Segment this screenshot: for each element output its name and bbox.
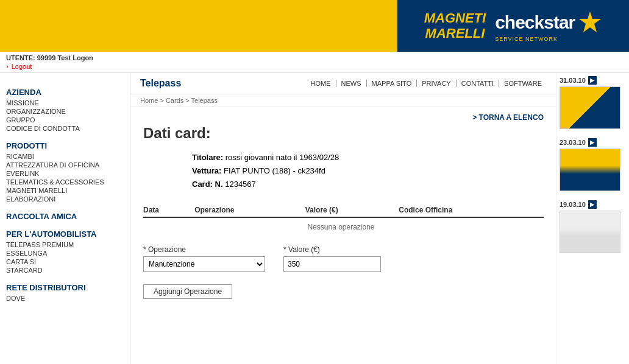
empty-message: Nessuna operazione	[143, 217, 544, 236]
vettura-value: FIAT PUNTO (188) - ck234fd	[224, 166, 325, 175]
news-date: 31.03.10▶	[560, 76, 626, 85]
torna-link-container: > TORNA A ELENCO	[143, 113, 544, 122]
valore-input[interactable]	[283, 256, 381, 272]
sidebar-section-title: AZIENDA	[6, 88, 124, 97]
logout-arrow-icon: ›	[6, 63, 9, 70]
sidebar-item[interactable]: GRUPPO	[6, 116, 124, 124]
nav-links: HOMENEWSMAPPA SITOPRIVACYCONTATTISOFTWAR…	[306, 80, 547, 87]
card-info: Titolare: rossi giovanni nato il 1963/02…	[192, 151, 544, 191]
userbar-left: UTENTE: 99999 Test Logon › Logout	[6, 54, 137, 70]
empty-row: Nessuna operazione	[143, 217, 544, 236]
news-date-text: 19.03.10	[560, 201, 586, 208]
sidebar-item[interactable]: ORGANIZZAZIONE	[6, 107, 124, 116]
username-label: UTENTE: 99999 Test Logon	[6, 54, 137, 61]
star-icon	[578, 10, 602, 35]
nav-link[interactable]: NEWS	[336, 80, 367, 87]
magneti-marelli-logo: MAGNETI MARELLI	[424, 11, 486, 40]
operazione-label: * Operazione	[143, 245, 265, 254]
card-row: Card: N. 1234567	[192, 178, 544, 191]
sidebar-item[interactable]: STARCARD	[6, 266, 124, 275]
main-layout: AZIENDAMISSIONEORGANIZZAZIONEGRUPPOCODIC…	[0, 73, 629, 364]
valore-label: * Valore (€)	[283, 245, 381, 254]
service-network-label: SERVICE NETWORK	[495, 36, 558, 42]
titolare-name: rossi giovanni	[226, 153, 274, 162]
sidebar-item[interactable]: MISSIONE	[6, 99, 124, 107]
sidebar-item[interactable]: TELEPASS PREMIUM	[6, 240, 124, 249]
logo-line1: MAGNETI	[424, 11, 486, 26]
operazione-select[interactable]: Manutenzione Riparazione Revisione	[143, 256, 265, 272]
news-thumbnail[interactable]	[560, 211, 620, 253]
news-date: 23.03.10▶	[560, 138, 626, 147]
valore-group: * Valore (€)	[283, 245, 381, 272]
col-codice: Codice Officina	[399, 203, 544, 217]
col-data: Data	[143, 203, 194, 217]
sidebar-section-title: PRODOTTI	[6, 141, 124, 150]
vettura-label: Vettura:	[192, 166, 221, 175]
titolare-row: Titolare: rossi giovanni nato il 1963/02…	[192, 151, 544, 164]
sidebar-item[interactable]: RICAMBI	[6, 152, 124, 161]
news-thumbnail[interactable]	[560, 149, 620, 191]
content-area: Telepass HOMENEWSMAPPA SITOPRIVACYCONTAT…	[131, 73, 556, 364]
checkstar-row: checkstar	[495, 10, 602, 35]
news-thumbnail[interactable]	[560, 86, 620, 129]
topnav: Telepass HOMENEWSMAPPA SITOPRIVACYCONTAT…	[131, 73, 556, 94]
userbar: UTENTE: 99999 Test Logon › Logout	[0, 52, 629, 73]
form-row: * Operazione Manutenzione Riparazione Re…	[143, 245, 544, 272]
logo-line2: MARELLI	[424, 26, 486, 41]
sidebar-section-title: PER L'AUTOMOBILISTA	[6, 229, 124, 239]
col-operazione: Operazione	[194, 203, 305, 217]
sidebar-item[interactable]: CODICE DI CONDOTTA	[6, 124, 124, 133]
aggiungi-button[interactable]: Aggiungi Operazione	[143, 284, 232, 299]
sidebar-item[interactable]: ATTREZZATURA DI OFFICINA	[6, 161, 124, 169]
news-date-text: 31.03.10	[560, 77, 586, 84]
breadcrumb: Home > Cards > Telepass	[131, 94, 556, 107]
header: MAGNETI MARELLI checkstar SERVICE NETWOR…	[0, 0, 629, 52]
sidebar-item[interactable]: DOVE	[6, 294, 124, 303]
card-number: 1234567	[225, 180, 256, 189]
checkstar-text: checkstar	[495, 12, 575, 33]
news-arrow-icon[interactable]: ▶	[588, 200, 597, 209]
sidebar: AZIENDAMISSIONEORGANIZZAZIONEGRUPPOCODIC…	[0, 73, 131, 364]
nav-link[interactable]: SOFTWARE	[499, 80, 547, 87]
header-yellow-area	[0, 0, 397, 52]
sidebar-item[interactable]: ESSELUNGA	[6, 249, 124, 257]
sidebar-item[interactable]: CARTA SI	[6, 257, 124, 266]
add-operation-form: * Operazione Manutenzione Riparazione Re…	[143, 245, 544, 299]
sidebar-item[interactable]: TELEMATICS & ACCESSORIES	[6, 178, 124, 186]
header-logo-area: MAGNETI MARELLI checkstar SERVICE NETWOR…	[397, 0, 629, 52]
col-valore: Valore (€)	[305, 203, 399, 217]
card-label: Card: N.	[192, 180, 223, 189]
nav-link[interactable]: HOME	[306, 80, 336, 87]
nato-date: 1963/02/28	[299, 153, 339, 162]
checkstar-logo-group: checkstar SERVICE NETWORK	[495, 10, 602, 42]
sidebar-item[interactable]: EVERLINK	[6, 169, 124, 178]
news-date: 19.03.10▶	[560, 200, 626, 209]
news-item: 31.03.10▶	[560, 76, 626, 129]
logout-link[interactable]: Logout	[12, 63, 32, 70]
vettura-row: Vettura: FIAT PUNTO (188) - ck234fd	[192, 164, 544, 178]
svg-marker-0	[579, 12, 601, 32]
right-sidebar: 31.03.10▶23.03.10▶19.03.10▶	[556, 73, 629, 364]
page-title: Telepass	[140, 78, 306, 89]
news-date-text: 23.03.10	[560, 139, 586, 146]
news-arrow-icon[interactable]: ▶	[588, 76, 597, 85]
nav-link[interactable]: MAPPA SITO	[367, 80, 418, 87]
nav-link[interactable]: CONTATTI	[457, 80, 499, 87]
sidebar-section-title: RETE DISTRIBUTORI	[6, 283, 124, 292]
dati-card-title: Dati card:	[143, 125, 544, 142]
news-item: 23.03.10▶	[560, 138, 626, 191]
sidebar-item[interactable]: ELABORAZIONI	[6, 195, 124, 203]
breadcrumb-text: Home > Cards > Telepass	[140, 97, 218, 104]
nav-link[interactable]: PRIVACY	[417, 80, 456, 87]
news-arrow-icon[interactable]: ▶	[588, 138, 597, 147]
sidebar-section-title: RACCOLTA AMICA	[6, 212, 124, 221]
news-item: 19.03.10▶	[560, 200, 626, 253]
sidebar-item[interactable]: MAGNETI MARELLI	[6, 186, 124, 195]
operazione-group: * Operazione Manutenzione Riparazione Re…	[143, 245, 265, 272]
operations-table: Data Operazione Valore (€) Codice Offici…	[143, 203, 544, 236]
nato-label: nato il	[276, 153, 297, 162]
content-body: > TORNA A ELENCO Dati card: Titolare: ro…	[131, 107, 556, 311]
titolare-label: Titolare:	[192, 153, 223, 162]
torna-link[interactable]: > TORNA A ELENCO	[472, 113, 544, 122]
